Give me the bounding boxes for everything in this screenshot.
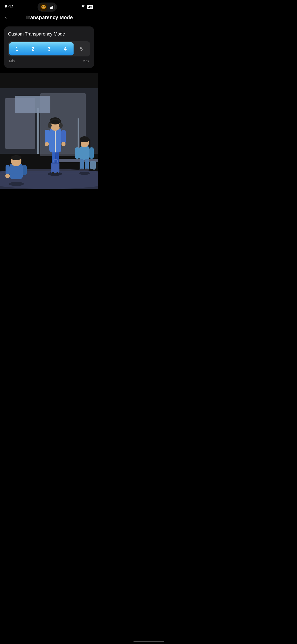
status-time: 5:12 (5, 5, 14, 10)
card-title: Custom Transparency Mode (8, 31, 90, 37)
svg-point-30 (45, 142, 49, 146)
svg-point-35 (48, 123, 52, 128)
svg-rect-47 (75, 147, 79, 159)
svg-point-57 (5, 174, 10, 178)
transparency-mode-card: Custom Transparency Mode 1 2 3 4 5 Min M… (4, 26, 94, 68)
nav-header: ‹ Transparency Mode (0, 13, 98, 24)
status-right-icons: 49 (81, 5, 93, 9)
max-label: Max (83, 59, 89, 63)
svg-rect-44 (85, 159, 89, 170)
svg-rect-37 (51, 163, 59, 173)
page-title: Transparency Mode (25, 15, 73, 20)
svg-rect-16 (15, 96, 50, 113)
svg-rect-27 (55, 129, 56, 152)
svg-point-46 (84, 169, 89, 171)
svg-point-5 (42, 6, 43, 7)
app-icon (40, 4, 47, 11)
svg-point-36 (59, 123, 63, 128)
svg-rect-43 (80, 159, 84, 170)
svg-point-6 (44, 6, 45, 7)
wifi-icon (81, 5, 85, 9)
status-bar: 5:12 (0, 0, 98, 13)
svg-point-31 (61, 142, 65, 146)
svg-point-60 (11, 155, 21, 160)
svg-rect-48 (89, 147, 94, 159)
svg-rect-58 (23, 165, 27, 175)
transparency-level-selector[interactable]: 1 2 3 4 5 (8, 41, 90, 56)
svg-rect-38 (51, 163, 59, 164)
battery-level: 49 (88, 5, 92, 9)
illustration-area (0, 73, 98, 190)
battery-indicator: 49 (87, 5, 93, 9)
svg-point-54 (9, 182, 24, 186)
dynamic-island (38, 3, 57, 12)
segment-level-1[interactable]: 1 (9, 42, 25, 55)
segment-level-5[interactable]: 5 (74, 42, 89, 55)
svg-rect-51 (80, 139, 81, 147)
svg-rect-42 (79, 146, 89, 160)
segment-level-2[interactable]: 2 (25, 42, 41, 55)
segment-level-3[interactable]: 3 (41, 42, 57, 55)
svg-rect-29 (61, 130, 66, 144)
airport-illustration (0, 73, 98, 189)
svg-rect-28 (45, 130, 49, 144)
range-labels: Min Max (8, 59, 90, 63)
svg-rect-15 (37, 108, 39, 154)
svg-point-8 (43, 8, 44, 8)
svg-rect-53 (90, 161, 96, 169)
signal-icon (49, 5, 54, 9)
min-label: Min (9, 59, 15, 63)
segment-level-4[interactable]: 4 (57, 42, 73, 55)
svg-point-41 (79, 172, 90, 175)
svg-rect-52 (89, 139, 90, 147)
back-button[interactable]: ‹ (5, 15, 7, 20)
svg-point-45 (79, 169, 84, 171)
